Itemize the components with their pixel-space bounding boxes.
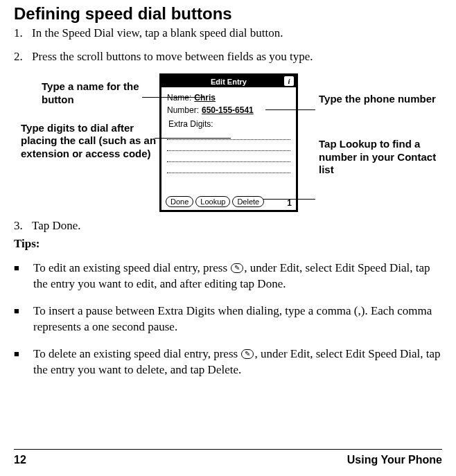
info-icon[interactable]: i: [284, 76, 294, 86]
leader-line: [155, 138, 231, 139]
tips-heading: Tips:: [14, 237, 442, 251]
dotted-line[interactable]: [167, 164, 290, 173]
device-page-number: 1: [287, 198, 292, 208]
name-field[interactable]: Name: Chris: [167, 93, 290, 103]
edit-icon: ✎: [231, 263, 243, 273]
number-label: Number:: [167, 105, 199, 115]
section-title: Using Your Phone: [347, 454, 442, 466]
callout-lookup: Tap Lookup to find a number in your Cont…: [319, 138, 437, 177]
callouts-left: Type a name for the button Type digits t…: [14, 73, 159, 161]
number-field[interactable]: Number: 650-155-6541: [167, 105, 290, 115]
step-3: 3. Tap Done.: [14, 219, 442, 233]
device-title: Edit Entry: [211, 78, 247, 86]
delete-button[interactable]: Delete: [232, 196, 264, 207]
device-screenshot: Edit Entry i Name: Chris Number: 650-155…: [159, 73, 298, 212]
bullet-icon: ■: [14, 261, 33, 292]
done-button[interactable]: Done: [166, 196, 193, 207]
name-value: Chris: [194, 93, 216, 103]
step-3-num: 3.: [14, 219, 32, 233]
page-number: 12: [14, 454, 26, 466]
page-footer: 12 Using Your Phone: [14, 449, 442, 466]
callout-extra-digits: Type digits to dial after placing the ca…: [21, 122, 159, 161]
callout-name: Type a name for the button: [42, 80, 159, 107]
device-body: Name: Chris Number: 650-155-6541 Extra D…: [161, 87, 296, 173]
tip-2-text: To insert a pause between Extra Digits w…: [33, 303, 442, 335]
step-2-text: Press the scroll buttons to move between…: [32, 50, 313, 64]
edit-icon: ✎: [241, 349, 254, 359]
tip-3a: To delete an existing speed dial entry, …: [33, 347, 240, 360]
tip-1: ■ To edit an existing speed dial entry, …: [14, 261, 442, 292]
callout-number: Type the phone number: [319, 93, 437, 106]
step-2-num: 2.: [14, 50, 32, 64]
bullet-icon: ■: [14, 346, 33, 378]
page-heading: Defining speed dial buttons: [14, 4, 442, 24]
step-1: 1. In the Speed Dial view, tap a blank s…: [14, 26, 442, 40]
dotted-line[interactable]: [167, 152, 290, 162]
callouts-right: Type the phone number Tap Lookup to find…: [298, 73, 437, 177]
tip-3: ■ To delete an existing speed dial entry…: [14, 346, 442, 378]
tip-1-text: To edit an existing speed dial entry, pr…: [33, 261, 442, 292]
lookup-button[interactable]: Lookup: [195, 196, 230, 207]
tip-3-text: To delete an existing speed dial entry, …: [33, 346, 442, 378]
bullet-icon: ■: [14, 303, 33, 335]
figure: Type a name for the button Type digits t…: [14, 73, 442, 212]
name-label: Name:: [167, 93, 191, 103]
tip-2: ■ To insert a pause between Extra Digits…: [14, 303, 442, 335]
device-titlebar: Edit Entry i: [161, 76, 296, 87]
tip-1a: To edit an existing speed dial entry, pr…: [33, 261, 230, 274]
step-1-num: 1.: [14, 26, 32, 40]
number-value: 650-155-6541: [202, 105, 254, 115]
leader-line: [142, 97, 204, 98]
dotted-line[interactable]: [167, 141, 290, 151]
device-button-row: Done Lookup Delete: [166, 196, 264, 207]
step-2: 2. Press the scroll buttons to move betw…: [14, 50, 442, 64]
leader-line: [265, 109, 315, 110]
step-1-text: In the Speed Dial view, tap a blank spee…: [32, 26, 283, 40]
step-3-text: Tap Done.: [32, 219, 81, 233]
extra-digits-label: Extra Digits:: [168, 119, 290, 129]
